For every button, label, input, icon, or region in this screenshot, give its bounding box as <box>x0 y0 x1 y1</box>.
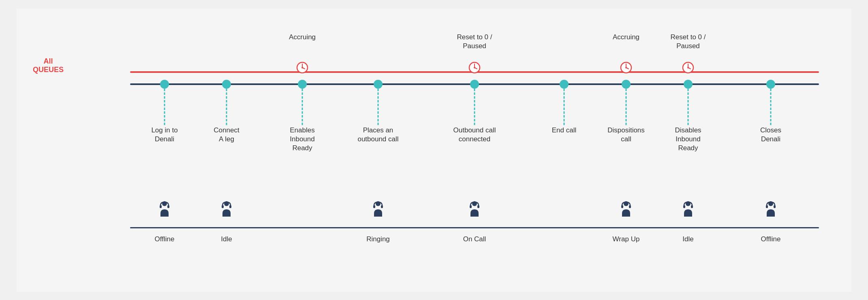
svg-rect-8 <box>381 205 383 208</box>
node-label-end: End call <box>540 126 588 135</box>
dashed-line-places <box>378 89 379 125</box>
timeline-node-closes <box>766 80 775 89</box>
node-label-disables: DisablesInboundReady <box>664 126 712 153</box>
node-label-places: Places anoutbound call <box>354 126 402 144</box>
timeline-node-places <box>374 80 383 89</box>
svg-rect-4 <box>222 205 224 208</box>
node-label-dispositions: Dispositionscall <box>602 126 650 144</box>
node-label-connect: ConnectA leg <box>202 126 251 144</box>
timeline-node-login <box>160 80 169 89</box>
agent-label-disables: Idle <box>668 235 708 243</box>
dashed-line-disables <box>688 89 689 125</box>
svg-rect-5 <box>229 205 231 208</box>
svg-rect-19 <box>766 205 768 208</box>
clock-icon-clock2 <box>468 61 481 77</box>
svg-rect-7 <box>373 205 375 208</box>
dashed-line-connect <box>226 89 227 125</box>
dashed-line-outbound <box>474 89 475 125</box>
agent-icon-connect <box>217 199 236 218</box>
svg-rect-2 <box>167 205 169 208</box>
agent-icon-disables <box>678 199 698 218</box>
svg-rect-17 <box>691 205 693 208</box>
timeline-node-outbound <box>470 80 479 89</box>
svg-rect-16 <box>683 205 685 208</box>
clock-icon-clock3 <box>620 61 633 77</box>
clock-icon-clock1 <box>296 61 309 77</box>
clock-label-clock2: Reset to 0 /Paused <box>452 33 497 51</box>
clock-label-clock3: Accruing <box>604 33 648 42</box>
svg-rect-14 <box>629 205 631 208</box>
dashed-line-end <box>564 89 565 125</box>
svg-rect-20 <box>774 205 776 208</box>
dashed-line-closes <box>770 89 772 125</box>
svg-rect-1 <box>160 205 162 208</box>
dashed-line-dispositions <box>626 89 627 125</box>
all-queues-label: AllQUEUES <box>33 57 64 74</box>
clock-icon-clock4 <box>682 61 695 77</box>
node-label-login: Log in toDenali <box>140 126 189 144</box>
agent-icon-dispositions <box>616 199 636 218</box>
dashed-line-enables <box>302 89 303 125</box>
agent-label-closes: Offline <box>750 235 791 243</box>
agent-label-login: Offline <box>144 235 185 243</box>
timeline-node-connect <box>222 80 231 89</box>
timeline-node-end <box>560 80 569 89</box>
agent-label-connect: Idle <box>206 235 247 243</box>
agent-line <box>130 227 819 228</box>
agent-label-dispositions: Wrap Up <box>606 235 646 243</box>
timeline-node-enables <box>298 80 307 89</box>
agent-label-outbound: On Call <box>454 235 495 243</box>
agent-icon-outbound <box>465 199 484 218</box>
timeline-node-dispositions <box>622 80 631 89</box>
node-label-enables: EnablesInboundReady <box>278 126 327 153</box>
agent-icon-places <box>368 199 388 218</box>
node-label-outbound: Outbound callconnected <box>450 126 499 144</box>
clock-label-clock1: Accruing <box>280 33 325 42</box>
dashed-line-login <box>164 89 165 125</box>
agent-icon-login <box>155 199 174 218</box>
agent-label-places: Ringing <box>358 235 398 243</box>
svg-rect-13 <box>621 205 623 208</box>
timeline-node-disables <box>684 80 693 89</box>
diagram-container: AllQUEUES Log in toDenali OfflineConnect… <box>17 9 851 292</box>
node-label-closes: ClosesDenali <box>746 126 795 144</box>
agent-icon-closes <box>761 199 780 218</box>
clock-label-clock4: Reset to 0 /Paused <box>666 33 710 51</box>
svg-rect-11 <box>477 205 479 208</box>
svg-rect-10 <box>470 205 472 208</box>
